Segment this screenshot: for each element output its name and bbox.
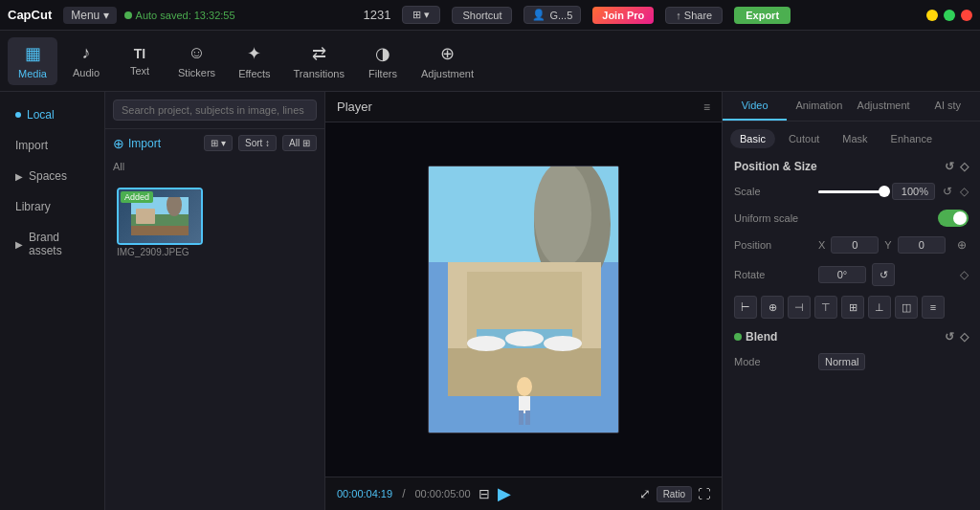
tab-ai-sty[interactable]: AI sty — [916, 92, 980, 121]
fullscreen-button[interactable]: ⛶ — [698, 486, 710, 502]
toolbar-item-effects[interactable]: ✦ Effects — [229, 37, 279, 85]
join-pro-button[interactable]: Join Pro — [592, 7, 654, 24]
toolbar-item-text[interactable]: TI Text — [115, 40, 165, 82]
align-top-button[interactable]: ⊤ — [814, 296, 837, 319]
right-tab-bar: Video Animation Adjustment AI sty — [723, 92, 980, 122]
window-controls — [926, 10, 972, 21]
blend-mode-label: Mode — [734, 356, 811, 367]
main-area: Local Import ▶ Spaces Library ▶ Brand as… — [0, 92, 980, 510]
ratio-button[interactable]: Ratio — [657, 486, 692, 502]
x-input[interactable] — [831, 236, 879, 254]
export-button[interactable]: Export — [734, 7, 791, 24]
project-number: 1231 — [363, 8, 390, 22]
plus-icon: ⊕ — [113, 136, 124, 151]
media-icon: ▦ — [25, 43, 41, 64]
blend-reset-icon[interactable]: ↺ — [945, 330, 954, 344]
stickers-icon: ☺ — [188, 43, 205, 63]
tab-adjustment[interactable]: Adjustment — [852, 92, 916, 121]
sort-button[interactable]: Sort ↕ — [238, 135, 277, 151]
media-thumbnail: Added — [117, 188, 203, 245]
main-toolbar: ▦ Media ♪ Audio TI Text ☺ Stickers ✦ Eff… — [0, 31, 980, 92]
grid-view-button[interactable]: ⊞ ▾ — [204, 135, 233, 151]
user-button[interactable]: 👤 G...5 — [523, 6, 581, 24]
align-row: ⊢ ⊕ ⊣ ⊤ ⊞ ⊥ ◫ ≡ — [734, 296, 969, 319]
subtab-cutout[interactable]: Cutout — [779, 129, 829, 148]
titlebar-center: 1231 ⊞ ▾ Shortcut 👤 G...5 Join Pro ↑ Sha… — [243, 6, 911, 24]
align-right-button[interactable]: ⊣ — [788, 296, 811, 319]
align-bottom-button[interactable]: ⊥ — [868, 296, 891, 319]
sidebar-item-import[interactable]: Import — [4, 131, 100, 160]
reset-position-icon[interactable]: ↺ — [945, 160, 954, 173]
shortcut-button[interactable]: Shortcut — [452, 7, 512, 24]
title-bar: CapCut Menu ▾ Auto saved: 13:32:55 1231 … — [0, 0, 980, 31]
rotate-input[interactable] — [818, 266, 866, 283]
player-menu-icon[interactable]: ≡ — [703, 100, 710, 114]
player-panel: Player ≡ — [325, 92, 722, 510]
menu-button[interactable]: Menu ▾ — [63, 7, 116, 24]
rotate-ccw-button[interactable]: ↺ — [872, 263, 895, 286]
subtab-enhance[interactable]: Enhance — [881, 129, 942, 148]
sidebar-item-spaces[interactable]: ▶ Spaces — [4, 162, 100, 190]
media-section-label: All — [105, 157, 324, 176]
scale-diamond-icon[interactable]: ◇ — [960, 185, 969, 198]
subtab-mask[interactable]: Mask — [833, 129, 877, 148]
uniform-scale-toggle[interactable] — [938, 210, 969, 227]
toolbar-item-audio[interactable]: ♪ Audio — [61, 37, 111, 84]
filters-icon: ◑ — [375, 43, 390, 64]
right-content-area: Position & Size ↺ ◇ Scale 100% ↺ ◇ Uni — [723, 148, 980, 510]
expand-icon[interactable]: ⤢ — [639, 486, 651, 502]
share-button[interactable]: ↑ Share — [665, 7, 723, 24]
align-extra-2[interactable]: ≡ — [922, 296, 945, 319]
rotate-label: Rotate — [734, 269, 811, 280]
rotate-controls: ↺ — [818, 263, 895, 286]
sidebar-item-brand-assets[interactable]: ▶ Brand assets — [4, 223, 100, 265]
player-controls: 00:00:04:19 / 00:00:05:00 ⊟ ▶ ⤢ Ratio ⛶ — [325, 477, 722, 510]
play-button[interactable]: ▶ — [498, 483, 511, 504]
search-input[interactable] — [113, 100, 317, 121]
left-nav: Local Import ▶ Spaces Library ▶ Brand as… — [0, 92, 105, 510]
svg-point-13 — [467, 336, 505, 351]
sidebar-item-local[interactable]: Local — [4, 100, 100, 129]
subtab-basic[interactable]: Basic — [730, 129, 775, 148]
blend-diamond-icon[interactable]: ◇ — [960, 330, 969, 344]
align-center-v-button[interactable]: ⊞ — [841, 296, 864, 319]
align-extra-1[interactable]: ◫ — [895, 296, 918, 319]
blend-indicator — [734, 333, 742, 341]
uniform-scale-label: Uniform scale — [734, 212, 811, 224]
svg-point-14 — [505, 331, 544, 346]
y-input[interactable] — [898, 236, 946, 254]
screen-layout-button[interactable]: ⊞ ▾ — [402, 6, 440, 24]
toolbar-item-filters[interactable]: ◑ Filters — [358, 37, 408, 85]
player-title: Player — [337, 100, 372, 114]
right-panel: Video Animation Adjustment AI sty Basic … — [722, 92, 980, 510]
blend-mode-value: Normal — [818, 353, 865, 370]
toolbar-item-media[interactable]: ▦ Media — [8, 37, 57, 85]
diamond-icon[interactable]: ◇ — [960, 160, 969, 173]
active-indicator — [15, 112, 21, 118]
import-button[interactable]: ⊕ Import — [113, 136, 161, 151]
svg-point-8 — [534, 166, 591, 267]
sidebar-item-library[interactable]: Library — [4, 192, 100, 221]
rotate-diamond-icon[interactable]: ◇ — [960, 268, 969, 281]
scale-reset-icon[interactable]: ↺ — [943, 185, 952, 198]
align-center-h-button[interactable]: ⊕ — [761, 296, 784, 319]
toolbar-item-stickers[interactable]: ☺ Stickers — [168, 37, 225, 84]
tab-video[interactable]: Video — [723, 92, 787, 121]
filter-button[interactable]: All ⊞ — [282, 135, 317, 151]
scale-slider[interactable] — [818, 190, 884, 193]
tab-animation[interactable]: Animation — [787, 92, 851, 121]
list-item[interactable]: Added IMG_2909.JPEG — [117, 188, 203, 257]
effects-icon: ✦ — [247, 43, 261, 64]
position-link-icon[interactable]: ⊕ — [957, 238, 967, 252]
toolbar-item-adjustment[interactable]: ⊕ Adjustment — [412, 37, 483, 85]
minimize-button[interactable] — [926, 10, 938, 21]
align-left-button[interactable]: ⊢ — [734, 296, 757, 319]
player-viewport — [325, 122, 722, 477]
frame-rate-button[interactable]: ⊟ — [479, 486, 490, 501]
toolbar-item-transitions[interactable]: ⇄ Transitions — [284, 37, 354, 85]
media-toolbar-right: ⊞ ▾ Sort ↕ All ⊞ — [204, 135, 317, 151]
scale-row: Scale 100% ↺ ◇ — [734, 183, 969, 200]
maximize-button[interactable] — [944, 10, 955, 21]
svg-rect-19 — [525, 410, 530, 425]
close-button[interactable] — [961, 10, 972, 21]
